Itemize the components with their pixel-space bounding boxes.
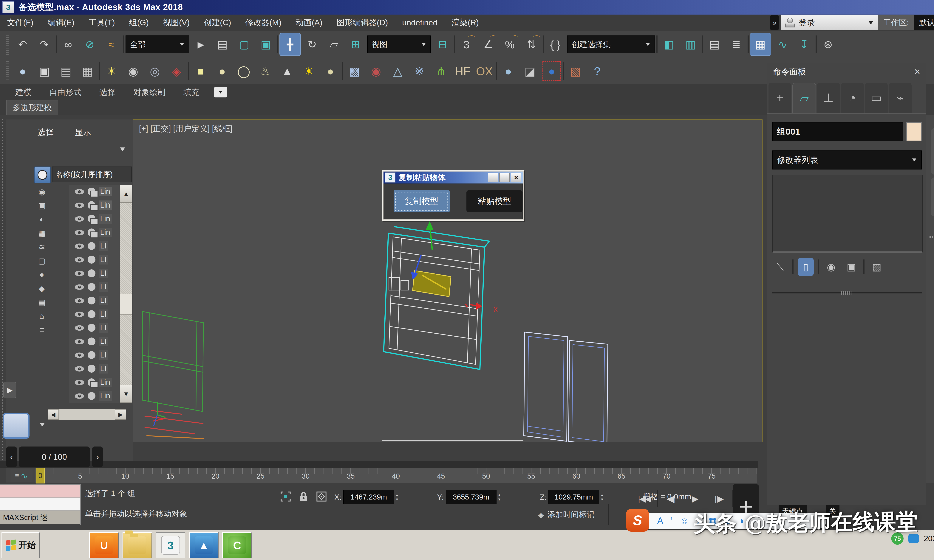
filter-geometry-icon[interactable]: ▣: [34, 198, 50, 212]
grass-foliage-icon[interactable]: ⋔: [431, 60, 451, 82]
select-by-name-icon[interactable]: ▤: [212, 34, 233, 55]
particle-array-icon[interactable]: ▩: [344, 60, 365, 82]
rectangular-selection-region-icon[interactable]: ▢: [234, 34, 254, 55]
ribbon-tab[interactable]: 对象绘制: [125, 85, 174, 100]
list-item[interactable]: LI: [69, 253, 120, 266]
previous-frame-button[interactable]: ◀||: [660, 489, 682, 508]
menu-item[interactable]: 动画(A): [288, 15, 330, 31]
list-item[interactable]: LI: [69, 239, 120, 253]
redo-icon[interactable]: ↷: [34, 34, 54, 55]
scrollbar-thumb[interactable]: [120, 294, 132, 315]
toolbar-grip[interactable]: [6, 34, 9, 55]
list-item[interactable]: LI: [69, 294, 120, 308]
time-slider[interactable]: 0: [36, 468, 45, 483]
toggle-scene-explorer-icon[interactable]: ▤: [704, 34, 725, 55]
ribbon-minimize-button[interactable]: [214, 87, 227, 97]
plane-primitive-icon[interactable]: ■: [190, 60, 211, 82]
configure-modifier-sets-icon[interactable]: ▨: [869, 258, 885, 276]
keyboard-shortcut-override-icon[interactable]: { }: [545, 34, 566, 55]
menu-item[interactable]: undefined: [395, 15, 445, 31]
remove-modifier-trash-icon[interactable]: ▣: [843, 258, 859, 276]
scroll-up-button[interactable]: ▲: [120, 185, 132, 203]
toolbar-overflow-button[interactable]: »: [770, 15, 779, 30]
visibility-eye-icon[interactable]: [74, 379, 85, 386]
filter-shapes-icon[interactable]: ◐: [34, 212, 50, 226]
x-spinner[interactable]: ▴▾: [396, 492, 398, 502]
sunlight-icon[interactable]: ☀: [299, 60, 319, 82]
panel-flyout-button[interactable]: ▶: [3, 382, 16, 398]
go-to-start-button[interactable]: |◀◀: [633, 489, 655, 508]
x-coordinate-field[interactable]: 1467.239m: [343, 490, 394, 504]
list-item[interactable]: LI: [69, 266, 120, 280]
copy-model-button[interactable]: 复制模型: [394, 190, 450, 212]
visibility-eye-icon[interactable]: [74, 352, 85, 358]
toolbar-grip[interactable]: [6, 61, 9, 82]
menu-item[interactable]: 编辑(E): [40, 15, 82, 31]
list-item[interactable]: LI: [69, 280, 120, 294]
list-item[interactable]: Lin: [69, 226, 120, 239]
next-frame-nav-button[interactable]: ›: [92, 446, 103, 468]
percent-snap-icon[interactable]: %: [499, 34, 520, 55]
object-color-swatch[interactable]: [906, 122, 922, 141]
visibility-eye-icon[interactable]: [74, 325, 85, 331]
reference-coordinate-dropdown[interactable]: 视图: [367, 35, 431, 53]
z-coordinate-field[interactable]: 1029.75mm: [549, 490, 599, 504]
render-presets-icon[interactable]: ▤: [55, 60, 76, 82]
uc-browser-icon[interactable]: U: [89, 532, 119, 558]
select-object-icon[interactable]: ►: [191, 34, 211, 55]
close-icon[interactable]: ✕: [914, 67, 920, 76]
bind-to-space-warp-icon[interactable]: ≈: [101, 34, 122, 55]
display-tab-icon[interactable]: ▭: [865, 83, 888, 113]
filter-groups-icon[interactable]: ◆: [34, 282, 50, 295]
stereo-camera-icon[interactable]: ◎: [145, 60, 165, 82]
visibility-eye-icon[interactable]: [74, 284, 85, 291]
sphere-icon[interactable]: ●: [498, 60, 519, 82]
ribbon-tab[interactable]: 选择: [90, 85, 125, 100]
viewport[interactable]: [+] [正交] [用户定义] [线框]: [133, 120, 763, 442]
play-button[interactable]: ▶: [684, 489, 706, 508]
hairfarm-icon[interactable]: HF: [452, 60, 473, 82]
dialog-close-button[interactable]: ✕: [511, 173, 521, 182]
chevron-down-icon[interactable]: [40, 423, 45, 426]
ime-language-icon[interactable]: A: [657, 515, 663, 526]
named-selection-sets-field[interactable]: 创建选择集: [567, 35, 655, 53]
next-frame-button[interactable]: ||▶: [708, 489, 730, 508]
metaball-icon[interactable]: ◉: [366, 60, 386, 82]
scroll-down-button[interactable]: ▼: [120, 385, 132, 403]
viewport-layout-tab[interactable]: [3, 413, 29, 438]
list-item[interactable]: Lin: [69, 185, 120, 198]
egg-primitive-icon[interactable]: ●: [212, 60, 233, 82]
visibility-eye-icon[interactable]: [74, 393, 85, 400]
create-tab-icon[interactable]: +: [769, 83, 791, 113]
toggle-ribbon-icon[interactable]: ▦: [750, 33, 771, 56]
collapsed-rollout[interactable]: [931, 128, 934, 175]
align-icon[interactable]: ▥: [680, 34, 701, 55]
hierarchy-tab-icon[interactable]: ⊥: [817, 83, 840, 113]
filter-spacewarps-icon[interactable]: ●: [34, 268, 50, 282]
video-camera-icon[interactable]: ◈: [166, 60, 187, 82]
ribbon-tab[interactable]: 自由形式: [40, 85, 90, 100]
dialog-maximize-button[interactable]: □: [499, 173, 510, 182]
derrick-helper-icon[interactable]: △: [387, 60, 408, 82]
select-and-place-icon[interactable]: ⊞: [345, 34, 366, 55]
motion-tab-icon[interactable]: ◔: [841, 83, 864, 113]
mirror-axis-icon[interactable]: ⊟: [432, 34, 453, 55]
3dsmax-taskbar-icon[interactable]: 3: [156, 532, 185, 558]
list-item[interactable]: LI: [69, 308, 120, 321]
dialog-title-bar[interactable]: 3 复制粘贴物体 _□✕: [384, 172, 523, 183]
pin-stack-icon[interactable]: ⟍: [772, 258, 788, 276]
object-name-field[interactable]: 组001: [772, 122, 903, 141]
polygon-modeling-panel-tab[interactable]: 多边形建模: [6, 100, 58, 115]
ribbon-tab[interactable]: 填充: [174, 85, 208, 100]
list-item[interactable]: LI: [69, 335, 120, 348]
ring-light-icon[interactable]: ◯: [233, 60, 254, 82]
utilities-wrench-icon[interactable]: ⌁: [889, 83, 912, 113]
maxscript-mini-listener[interactable]: MAXScript 迷: [0, 485, 81, 525]
proxy-object-icon[interactable]: ●: [541, 60, 562, 82]
visibility-eye-icon[interactable]: [74, 243, 85, 249]
visibility-eye-icon[interactable]: [74, 202, 85, 209]
curve-editor-icon[interactable]: ∿: [772, 34, 793, 55]
selection-lock-icon[interactable]: [297, 490, 310, 503]
list-item[interactable]: Lin: [69, 389, 120, 403]
horizontal-scrollbar[interactable]: ◀ ▶: [48, 409, 126, 420]
